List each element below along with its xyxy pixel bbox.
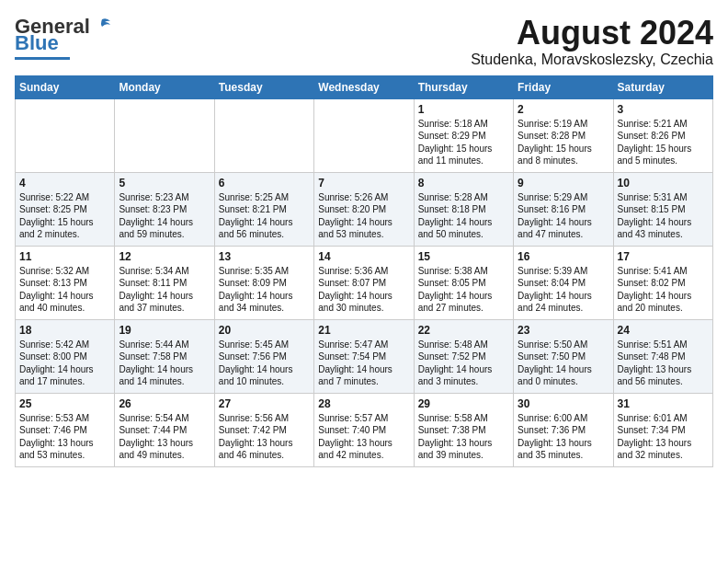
day-info: Sunrise: 5:48 AM Sunset: 7:52 PM Dayligh… (418, 339, 509, 388)
calendar-cell: 16Sunrise: 5:39 AM Sunset: 8:04 PM Dayli… (514, 246, 613, 319)
day-info: Sunrise: 5:51 AM Sunset: 7:48 PM Dayligh… (618, 339, 709, 388)
calendar-cell: 2Sunrise: 5:19 AM Sunset: 8:28 PM Daylig… (514, 98, 613, 172)
day-number: 10 (618, 177, 709, 190)
calendar-cell: 30Sunrise: 6:00 AM Sunset: 7:36 PM Dayli… (514, 393, 613, 466)
calendar-cell: 31Sunrise: 6:01 AM Sunset: 7:34 PM Dayli… (613, 393, 712, 466)
calendar-cell: 8Sunrise: 5:28 AM Sunset: 8:18 PM Daylig… (414, 172, 513, 246)
week-row-5: 25Sunrise: 5:53 AM Sunset: 7:46 PM Dayli… (16, 393, 713, 466)
weekday-header-friday: Friday (514, 75, 613, 98)
calendar-title-block: August 2024 Studenka, Moravskoslezsky, C… (471, 15, 713, 68)
day-info: Sunrise: 5:42 AM Sunset: 8:00 PM Dayligh… (19, 339, 110, 388)
day-number: 16 (518, 250, 609, 263)
calendar-cell: 3Sunrise: 5:21 AM Sunset: 8:26 PM Daylig… (613, 98, 712, 172)
day-info: Sunrise: 5:53 AM Sunset: 7:46 PM Dayligh… (19, 412, 110, 462)
day-number: 28 (318, 397, 409, 410)
calendar-cell: 27Sunrise: 5:56 AM Sunset: 7:42 PM Dayli… (214, 393, 313, 466)
week-row-4: 18Sunrise: 5:42 AM Sunset: 8:00 PM Dayli… (16, 319, 713, 393)
day-info: Sunrise: 5:39 AM Sunset: 8:04 PM Dayligh… (518, 265, 609, 315)
calendar-cell: 22Sunrise: 5:48 AM Sunset: 7:52 PM Dayli… (414, 319, 513, 393)
day-number: 24 (618, 324, 709, 337)
day-number: 19 (119, 324, 210, 337)
calendar-cell: 26Sunrise: 5:54 AM Sunset: 7:44 PM Dayli… (115, 393, 214, 466)
logo-bird-icon (92, 17, 112, 36)
day-number: 26 (119, 397, 210, 410)
weekday-header-row: SundayMondayTuesdayWednesdayThursdayFrid… (16, 75, 713, 98)
day-info: Sunrise: 6:01 AM Sunset: 7:34 PM Dayligh… (618, 412, 709, 462)
day-number: 8 (418, 177, 509, 190)
day-info: Sunrise: 5:25 AM Sunset: 8:21 PM Dayligh… (219, 191, 310, 241)
day-info: Sunrise: 5:19 AM Sunset: 8:28 PM Dayligh… (518, 118, 609, 167)
day-number: 30 (518, 397, 609, 410)
page-header: General Blue August 2024 Studenka, Morav… (15, 15, 713, 68)
day-number: 2 (518, 103, 609, 116)
day-number: 23 (518, 324, 609, 337)
weekday-header-wednesday: Wednesday (314, 75, 414, 98)
weekday-header-sunday: Sunday (16, 75, 115, 98)
calendar-cell: 20Sunrise: 5:45 AM Sunset: 7:56 PM Dayli… (214, 319, 313, 393)
day-number: 14 (318, 250, 409, 263)
day-info: Sunrise: 5:35 AM Sunset: 8:09 PM Dayligh… (219, 265, 310, 315)
calendar-cell: 14Sunrise: 5:36 AM Sunset: 8:07 PM Dayli… (314, 246, 414, 319)
calendar-body: 1Sunrise: 5:18 AM Sunset: 8:29 PM Daylig… (16, 98, 713, 466)
weekday-header-thursday: Thursday (414, 75, 513, 98)
calendar-cell: 15Sunrise: 5:38 AM Sunset: 8:05 PM Dayli… (414, 246, 513, 319)
day-info: Sunrise: 5:45 AM Sunset: 7:56 PM Dayligh… (219, 339, 310, 388)
logo: General Blue (15, 15, 112, 60)
calendar-cell: 10Sunrise: 5:31 AM Sunset: 8:15 PM Dayli… (613, 172, 712, 246)
week-row-3: 11Sunrise: 5:32 AM Sunset: 8:13 PM Dayli… (16, 246, 713, 319)
day-info: Sunrise: 5:28 AM Sunset: 8:18 PM Dayligh… (418, 191, 509, 241)
calendar-cell (314, 98, 414, 172)
calendar-cell: 7Sunrise: 5:26 AM Sunset: 8:20 PM Daylig… (314, 172, 414, 246)
day-number: 6 (219, 177, 310, 190)
day-number: 5 (119, 177, 210, 190)
day-info: Sunrise: 5:47 AM Sunset: 7:54 PM Dayligh… (318, 339, 409, 388)
day-number: 20 (219, 324, 310, 337)
logo-underline (15, 57, 70, 60)
day-info: Sunrise: 5:44 AM Sunset: 7:58 PM Dayligh… (119, 339, 210, 388)
weekday-header-tuesday: Tuesday (214, 75, 313, 98)
calendar-table: SundayMondayTuesdayWednesdayThursdayFrid… (15, 75, 713, 467)
weekday-header-saturday: Saturday (613, 75, 712, 98)
weekday-header-monday: Monday (115, 75, 214, 98)
logo-blue: Blue (15, 31, 59, 55)
calendar-cell: 19Sunrise: 5:44 AM Sunset: 7:58 PM Dayli… (115, 319, 214, 393)
day-number: 11 (19, 250, 110, 263)
day-info: Sunrise: 5:50 AM Sunset: 7:50 PM Dayligh… (518, 339, 609, 388)
day-info: Sunrise: 5:29 AM Sunset: 8:16 PM Dayligh… (518, 191, 609, 241)
day-info: Sunrise: 5:38 AM Sunset: 8:05 PM Dayligh… (418, 265, 509, 315)
day-number: 27 (219, 397, 310, 410)
calendar-cell: 25Sunrise: 5:53 AM Sunset: 7:46 PM Dayli… (16, 393, 115, 466)
calendar-cell: 23Sunrise: 5:50 AM Sunset: 7:50 PM Dayli… (514, 319, 613, 393)
day-info: Sunrise: 5:34 AM Sunset: 8:11 PM Dayligh… (119, 265, 210, 315)
day-info: Sunrise: 5:56 AM Sunset: 7:42 PM Dayligh… (219, 412, 310, 462)
day-number: 13 (219, 250, 310, 263)
calendar-cell (16, 98, 115, 172)
day-number: 12 (119, 250, 210, 263)
calendar-cell (214, 98, 313, 172)
calendar-cell: 4Sunrise: 5:22 AM Sunset: 8:25 PM Daylig… (16, 172, 115, 246)
day-number: 9 (518, 177, 609, 190)
calendar-cell: 13Sunrise: 5:35 AM Sunset: 8:09 PM Dayli… (214, 246, 313, 319)
calendar-cell: 12Sunrise: 5:34 AM Sunset: 8:11 PM Dayli… (115, 246, 214, 319)
day-number: 25 (19, 397, 110, 410)
calendar-cell: 5Sunrise: 5:23 AM Sunset: 8:23 PM Daylig… (115, 172, 214, 246)
day-number: 17 (618, 250, 709, 263)
day-number: 31 (618, 397, 709, 410)
day-info: Sunrise: 5:21 AM Sunset: 8:26 PM Dayligh… (618, 118, 709, 167)
day-number: 22 (418, 324, 509, 337)
day-info: Sunrise: 5:32 AM Sunset: 8:13 PM Dayligh… (19, 265, 110, 315)
day-number: 21 (318, 324, 409, 337)
calendar-cell: 6Sunrise: 5:25 AM Sunset: 8:21 PM Daylig… (214, 172, 313, 246)
day-info: Sunrise: 5:36 AM Sunset: 8:07 PM Dayligh… (318, 265, 409, 315)
calendar-cell: 11Sunrise: 5:32 AM Sunset: 8:13 PM Dayli… (16, 246, 115, 319)
day-info: Sunrise: 5:58 AM Sunset: 7:38 PM Dayligh… (418, 412, 509, 462)
calendar-cell (115, 98, 214, 172)
calendar-cell: 21Sunrise: 5:47 AM Sunset: 7:54 PM Dayli… (314, 319, 414, 393)
day-number: 7 (318, 177, 409, 190)
day-info: Sunrise: 5:18 AM Sunset: 8:29 PM Dayligh… (418, 118, 509, 167)
day-info: Sunrise: 5:54 AM Sunset: 7:44 PM Dayligh… (119, 412, 210, 462)
calendar-header: SundayMondayTuesdayWednesdayThursdayFrid… (16, 75, 713, 98)
day-info: Sunrise: 5:22 AM Sunset: 8:25 PM Dayligh… (19, 191, 110, 241)
day-number: 29 (418, 397, 509, 410)
calendar-cell: 18Sunrise: 5:42 AM Sunset: 8:00 PM Dayli… (16, 319, 115, 393)
